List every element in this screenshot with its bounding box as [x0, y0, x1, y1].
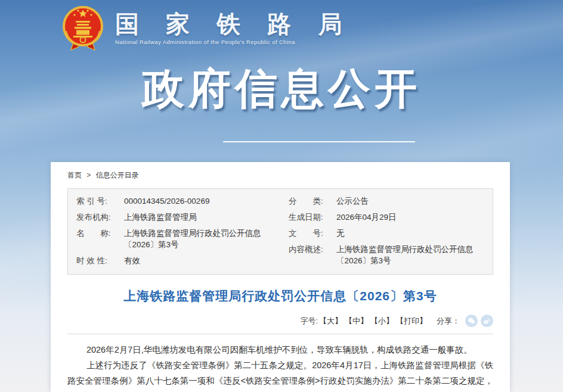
fontsize-small-button[interactable]: 【小】 [370, 316, 394, 326]
meta-label: 时 效 性: [76, 255, 124, 266]
banner-underline [223, 141, 415, 142]
meta-label: 索 引 号: [76, 195, 124, 207]
meta-value: 上海铁路监督管理局行政处罚公开信息〔2026〕第3号 [336, 244, 493, 266]
breadcrumb-current-link[interactable]: 信息公开目录 [96, 171, 139, 179]
meta-row-document-name: 名 称: 上海铁路监督管理局行政处罚公开信息〔2026〕第3号 [76, 225, 280, 253]
meta-value: 无 [336, 228, 493, 239]
meta-value: 有效 [124, 255, 280, 266]
site-name: 国 家 铁 路 局 [115, 11, 352, 37]
content-panel: 首页 > 信息公开目录 索 引 号: 000014345/2026-00269 … [51, 162, 510, 392]
meta-row-issuing-agency: 发布机构: 上海铁路监督管理局 [76, 209, 280, 225]
article-paragraph-1: 2026年2月7日,华电潍坊发电有限公司因翻车机维护不到位，导致车辆脱轨，构成铁… [67, 342, 493, 357]
breadcrumb: 首页 > 信息公开目录 [67, 162, 493, 181]
toolbar-divider [67, 334, 493, 334]
breadcrumb-home-link[interactable]: 首页 [67, 171, 82, 179]
weibo-share-icon[interactable] [481, 315, 493, 327]
meta-label: 文 号: [289, 228, 336, 239]
share-label: 分享： [437, 316, 460, 326]
document-meta-table: 索 引 号: 000014345/2026-00269 发布机构: 上海铁路监督… [67, 188, 493, 275]
meta-label: 发布机构: [76, 211, 124, 223]
meta-row-content-summary: 内容概述: 上海铁路监督管理局行政处罚公开信息〔2026〕第3号 [289, 241, 493, 269]
fontsize-large-button[interactable]: 【大】 [319, 316, 342, 326]
fontsize-label: 字号: [300, 316, 318, 326]
breadcrumb-separator: > [86, 171, 91, 179]
meta-row-validity: 时 效 性: 有效 [76, 253, 280, 269]
meta-row-index-number: 索 引 号: 000014345/2026-00269 [76, 193, 280, 209]
site-titles: 国 家 铁 路 局 National Railway Administratio… [115, 11, 352, 45]
fontsize-medium-button[interactable]: 【中】 [345, 316, 368, 326]
meta-label: 分 类: [289, 195, 336, 207]
article-paragraph-2: 上述行为违反了《铁路安全管理条例》第二十五条之规定。2026年4月17日，上海铁… [67, 357, 493, 392]
meta-value: 2026年04月29日 [336, 211, 493, 223]
meta-column-right: 分 类: 公示公告 生成日期: 2026年04月29日 文 号: 无 内容概述:… [280, 193, 493, 269]
article-title: 上海铁路监督管理局行政处罚公开信息〔2026〕第3号 [67, 288, 493, 304]
wechat-share-icon[interactable] [465, 315, 478, 327]
meta-label: 生成日期: [289, 211, 336, 223]
national-emblem-icon [58, 4, 107, 52]
meta-column-left: 索 引 号: 000014345/2026-00269 发布机构: 上海铁路监督… [68, 193, 280, 269]
meta-label: 名 称: [76, 228, 124, 250]
meta-value: 公示公告 [336, 195, 493, 207]
page-banner-title: 政府信息公开 [0, 61, 563, 117]
meta-row-category: 分 类: 公示公告 [289, 193, 493, 209]
meta-row-document-number: 文 号: 无 [289, 225, 493, 241]
article-toolbar: 字号: 【大】 【中】 【小】 【打印】 分享： [67, 315, 493, 327]
article-body: 2026年2月7日,华电潍坊发电有限公司因翻车机维护不到位，导致车辆脱轨，构成铁… [67, 342, 493, 392]
site-header: 国 家 铁 路 局 National Railway Administratio… [58, 4, 352, 52]
print-button[interactable]: 【打印】 [396, 316, 427, 326]
meta-value: 000014345/2026-00269 [124, 195, 280, 207]
site-name-english: National Railway Administration of the P… [115, 39, 352, 45]
meta-row-issue-date: 生成日期: 2026年04月29日 [289, 209, 493, 225]
meta-value: 上海铁路监督管理局 [124, 211, 280, 223]
meta-value: 上海铁路监督管理局行政处罚公开信息〔2026〕第3号 [124, 228, 280, 250]
meta-label: 内容概述: [289, 244, 336, 266]
